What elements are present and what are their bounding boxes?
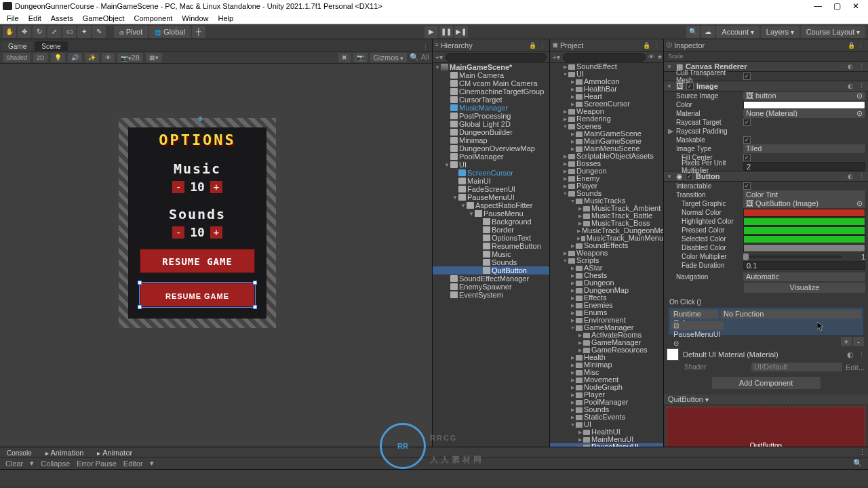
snap-toggle[interactable]: ┼ <box>192 26 205 38</box>
hierarchy-item[interactable]: CinemachineTargetGroup <box>433 87 549 96</box>
color-mult-slider[interactable] <box>743 256 842 258</box>
hierarchy-item[interactable]: SoundEffectManager <box>433 274 549 283</box>
scale-tool[interactable]: ⤢ <box>47 26 61 38</box>
hierarchy-item[interactable]: FadeScreenUI <box>433 185 549 193</box>
rect-tool[interactable]: ▭ <box>62 26 76 38</box>
rotate-tool[interactable]: ↻ <box>33 26 46 38</box>
menu-help[interactable]: Help <box>214 14 237 22</box>
project-item[interactable]: ▶Dungeon <box>550 167 663 175</box>
project-tree[interactable]: ▶SoundEffect▼UI▶AmmoIcon▶HealthBar▶Heart… <box>550 63 663 447</box>
hierarchy-item[interactable]: Global Light 2D <box>433 120 549 128</box>
hierarchy-item[interactable]: Main Camera <box>433 71 549 79</box>
console-errorpause[interactable]: Error Pause <box>74 460 119 468</box>
inspector-lock-icon[interactable]: 🔒 <box>846 42 856 49</box>
hierarchy-scene-row[interactable]: ▼MainGameScene* <box>433 63 549 71</box>
hierarchy-item[interactable]: EventSystem <box>433 291 549 299</box>
scene-tools[interactable]: ✖ <box>338 53 351 62</box>
search-button[interactable]: 🔍 <box>686 26 700 38</box>
console-collapse[interactable]: Collapse <box>38 460 73 468</box>
hierarchy-item[interactable]: DungeonBuilder <box>433 128 549 136</box>
menu-edit[interactable]: Edit <box>24 14 45 22</box>
raycast-checkbox[interactable]: ✓ <box>743 119 751 126</box>
music-plus[interactable]: + <box>210 181 222 193</box>
hierarchy-item[interactable]: MainUI <box>433 177 549 185</box>
disabled-color[interactable] <box>743 244 865 252</box>
gizmos-dd[interactable]: Gizmos ▾ <box>370 53 408 62</box>
project-item[interactable]: ▶Player <box>550 182 663 190</box>
hierarchy-item[interactable]: ▼AspectRatioFitter <box>433 201 549 209</box>
pressed-color[interactable] <box>743 226 865 235</box>
target-graphic-field[interactable]: 🖼QuitButton (Image)⊙ <box>743 199 865 208</box>
project-item[interactable]: ▶ScreenCursor <box>550 100 663 108</box>
image-type-dd[interactable]: Tiled <box>743 144 865 153</box>
interactable-checkbox[interactable]: ✓ <box>743 182 751 190</box>
hierarchy-item[interactable]: ScreenCursor <box>433 169 549 177</box>
scene-cam[interactable]: 📷 <box>353 53 368 62</box>
inspector-menu-icon[interactable]: ⋮ <box>856 42 865 49</box>
transform-tool[interactable]: ✦ <box>77 26 91 38</box>
hierarchy-search[interactable] <box>446 53 547 62</box>
menu-component[interactable]: Component <box>130 14 176 22</box>
hierarchy-item[interactable]: ResumeButton <box>433 242 549 250</box>
menu-gameobject[interactable]: GameObject <box>79 14 129 22</box>
scene-view[interactable]: ✥ OPTIONS Music - 10 + Sounds - 10 + RES… <box>0 64 432 447</box>
grid-toggle[interactable]: ▦▾ <box>146 53 162 62</box>
lights-toggle[interactable]: 💡 <box>51 53 65 62</box>
project-item[interactable]: ▶HealthBar <box>550 85 663 93</box>
hierarchy-item[interactable]: CursorTarget <box>433 96 549 104</box>
pause-button[interactable]: ❚❚ <box>439 26 453 38</box>
material-field[interactable]: None (Material)⊙ <box>743 109 865 118</box>
image-color-field[interactable] <box>743 101 865 109</box>
resume-button[interactable]: RESUME GAME <box>140 249 255 273</box>
onclick-remove[interactable]: - <box>853 337 864 346</box>
add-component-button[interactable]: Add Component <box>712 377 821 389</box>
hierarchy-item[interactable]: Border <box>433 226 549 234</box>
step-button[interactable]: ▶❚ <box>454 26 468 38</box>
maskable-checkbox[interactable]: ✓ <box>743 136 751 144</box>
tab-console[interactable]: Console <box>0 449 39 457</box>
hierarchy-menu-icon[interactable]: ⋮ <box>537 42 547 49</box>
hierarchy-tree[interactable]: ▼MainGameScene*Main CameraCM vcam Main C… <box>433 63 549 447</box>
pivot-toggle[interactable]: ◎ Pivot <box>114 26 148 38</box>
hierarchy-item[interactable]: MusicManager <box>433 104 549 112</box>
project-item[interactable]: ▼Scripts <box>550 257 663 264</box>
function-dd[interactable]: No Function <box>721 310 861 319</box>
hierarchy-item[interactable]: QuitButton <box>433 266 549 274</box>
shading-mode[interactable]: Shaded <box>3 53 31 62</box>
onclick-object[interactable]: ⊡ PauseMenuUI ⊙ <box>671 321 724 330</box>
cloud-button[interactable]: ☁ <box>701 26 715 38</box>
tab-animator[interactable]: ▸ Animator <box>90 448 139 457</box>
cull-checkbox[interactable]: ✓ <box>743 73 751 80</box>
tab-animation[interactable]: ▸ Animation <box>39 448 91 457</box>
account-dropdown[interactable]: Account ▾ <box>716 26 760 38</box>
source-image-field[interactable]: 🖼button⊙ <box>743 92 865 100</box>
onclick-add[interactable]: + <box>841 337 852 346</box>
project-item[interactable]: ▶PauseMenuUI <box>550 443 663 447</box>
sounds-plus[interactable]: + <box>210 226 222 239</box>
menu-assets[interactable]: Assets <box>47 14 77 22</box>
highlighted-color[interactable] <box>743 218 865 226</box>
hierarchy-item[interactable]: Music <box>433 250 549 258</box>
menu-window[interactable]: Window <box>178 14 212 22</box>
custom-tool[interactable]: ✎ <box>92 26 106 38</box>
console-editor[interactable]: Editor <box>121 460 146 468</box>
audio-toggle[interactable]: 🔊 <box>68 53 82 62</box>
fade-field[interactable]: 0.1 <box>743 261 865 270</box>
project-item[interactable]: ▶SoundEffect <box>550 63 663 70</box>
project-lock-icon[interactable]: 🔒 <box>642 42 651 49</box>
fill-checkbox[interactable]: ✓ <box>743 154 751 161</box>
tab-game[interactable]: Game <box>1 41 33 51</box>
project-item[interactable]: ▶DungeonMap <box>550 287 663 294</box>
hierarchy-item[interactable]: OptionsText <box>433 234 549 242</box>
project-item[interactable]: ▶Weapons <box>550 249 663 257</box>
sounds-minus[interactable]: - <box>172 226 184 239</box>
hierarchy-item[interactable]: Minimap <box>433 136 549 144</box>
transition-dd[interactable]: Color Tint <box>743 190 865 199</box>
project-item[interactable]: ▶Minimap <box>550 361 663 369</box>
music-minus[interactable]: - <box>172 181 184 193</box>
normal-color[interactable] <box>743 209 865 217</box>
project-menu-icon[interactable]: ⋮ <box>651 42 660 49</box>
maximize-button[interactable]: ▢ <box>827 0 846 12</box>
material-row[interactable]: Default UI Material (Material) ◐⋮ <box>667 348 865 361</box>
navigation-dd[interactable]: Automatic <box>743 272 865 281</box>
